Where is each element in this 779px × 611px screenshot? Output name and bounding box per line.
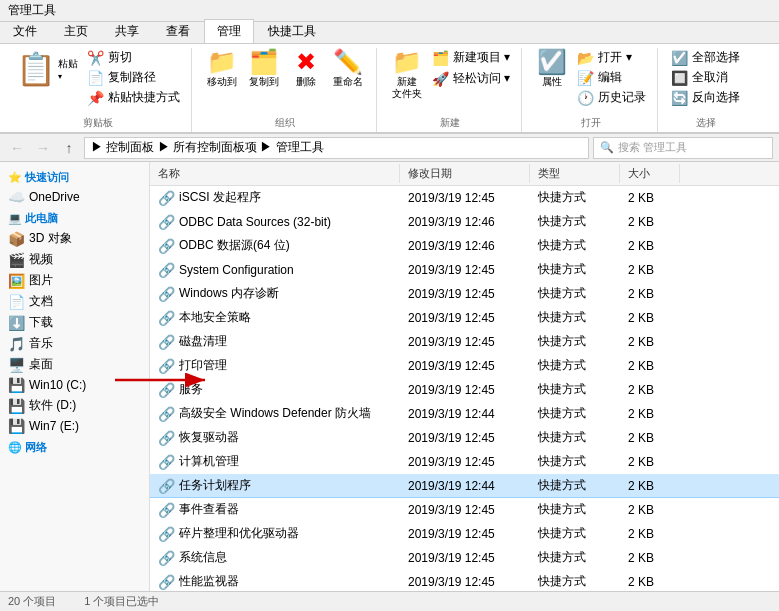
table-row[interactable]: 🔗 恢复驱动器 2019/3/19 12:45 快捷方式 2 KB [150,426,779,450]
status-bar: 20 个项目 1 个项目已选中 [0,591,779,611]
file-type: 快捷方式 [530,307,620,328]
table-row[interactable]: 🔗 碎片整理和优化驱动器 2019/3/19 12:45 快捷方式 2 KB [150,522,779,546]
tab-quicktools[interactable]: 快捷工具 [255,19,329,43]
music-label: 音乐 [29,335,53,352]
table-row[interactable]: 🔗 iSCSI 发起程序 2019/3/19 12:45 快捷方式 2 KB [150,186,779,210]
file-size: 2 KB [620,477,680,495]
paste-arrow[interactable]: ▾ [58,72,78,81]
sidebar-item-documents[interactable]: 📄 文档 [0,291,149,312]
new-folder-button[interactable]: 📁 新建文件夹 [387,48,427,102]
file-name: 恢复驱动器 [179,429,239,446]
documents-label: 文档 [29,293,53,310]
move-icon: 📁 [207,50,237,74]
3d-label: 3D 对象 [29,230,72,247]
properties-button[interactable]: ☑️ 属性 [532,48,572,90]
sidebar-item-onedrive[interactable]: ☁️ OneDrive [0,187,149,207]
video-label: 视频 [29,251,53,268]
table-row[interactable]: 🔗 Windows 内存诊断 2019/3/19 12:45 快捷方式 2 KB [150,282,779,306]
select-group: ☑️ 全部选择 🔲 全取消 🔄 反向选择 选择 [660,48,751,132]
move-to-button[interactable]: 📁 移动到 [202,48,242,90]
search-placeholder: 搜索 管理工具 [618,140,687,155]
search-box[interactable]: 🔍 搜索 管理工具 [593,137,773,159]
new-small-group: 🗂️ 新建项目 ▾ 🚀 轻松访问 ▾ [429,48,513,88]
copy-to-button[interactable]: 🗂️ 复制到 [244,48,284,90]
sidebar-item-drive-c[interactable]: 💾 Win10 (C:) [0,375,149,395]
table-row[interactable]: 🔗 System Configuration 2019/3/19 12:45 快… [150,258,779,282]
table-row[interactable]: 🔗 事件查看器 2019/3/19 12:45 快捷方式 2 KB [150,498,779,522]
breadcrumb[interactable]: ▶ 控制面板 ▶ 所有控制面板项 ▶ 管理工具 [84,137,589,159]
sidebar-item-drive-e[interactable]: 💾 Win7 (E:) [0,416,149,436]
sidebar-item-desktop[interactable]: 🖥️ 桌面 [0,354,149,375]
file-size: 2 KB [620,189,680,207]
sidebar-item-3d[interactable]: 📦 3D 对象 [0,228,149,249]
table-row[interactable]: 🔗 性能监视器 2019/3/19 12:45 快捷方式 2 KB [150,570,779,591]
up-button[interactable]: ↑ [58,137,80,159]
select-all-button[interactable]: ☑️ 全部选择 [668,48,743,67]
file-size: 2 KB [620,573,680,591]
rename-label: 重命名 [333,76,363,88]
file-size: 2 KB [620,237,680,255]
table-row[interactable]: 🔗 系统信息 2019/3/19 12:45 快捷方式 2 KB [150,546,779,570]
table-row[interactable]: 🔗 本地安全策略 2019/3/19 12:45 快捷方式 2 KB [150,306,779,330]
file-size: 2 KB [620,453,680,471]
history-button[interactable]: 🕐 历史记录 [574,88,649,107]
file-name: Windows 内存诊断 [179,285,279,302]
file-date: 2019/3/19 12:45 [400,549,530,567]
table-row[interactable]: 🔗 磁盘清理 2019/3/19 12:45 快捷方式 2 KB [150,330,779,354]
col-header-type[interactable]: 类型 [530,164,620,183]
delete-label: 删除 [296,76,316,88]
col-header-date[interactable]: 修改日期 [400,164,530,183]
paste-shortcut-button[interactable]: 📌 粘贴快捷方式 [84,88,183,107]
back-button[interactable]: ← [6,137,28,159]
file-icon: 🔗 [158,430,175,446]
organize-buttons: 📁 移动到 🗂️ 复制到 ✖ 删除 ✏️ 重命名 [202,48,368,116]
file-date: 2019/3/19 12:45 [400,501,530,519]
paste-shortcut-label: 粘贴快捷方式 [108,89,180,106]
tab-share[interactable]: 共享 [102,19,152,43]
tab-view[interactable]: 查看 [153,19,203,43]
table-row[interactable]: 🔗 打印管理 2019/3/19 12:45 快捷方式 2 KB [150,354,779,378]
sidebar-item-music[interactable]: 🎵 音乐 [0,333,149,354]
sidebar-item-pictures[interactable]: 🖼️ 图片 [0,270,149,291]
sidebar-section-network[interactable]: 🌐 网络 [0,436,149,457]
tab-manage[interactable]: 管理 [204,19,254,43]
tab-home[interactable]: 主页 [51,19,101,43]
table-row[interactable]: 🔗 任务计划程序 2019/3/19 12:44 快捷方式 2 KB [150,474,779,498]
properties-icon: ☑️ [537,50,567,74]
paste-button[interactable]: 📋 粘贴 ▾ [12,48,82,90]
file-icon: 🔗 [158,454,175,470]
sidebar-section-quickaccess[interactable]: ⭐ 快速访问 [0,166,149,187]
file-size: 2 KB [620,549,680,567]
deselect-all-button[interactable]: 🔲 全取消 [668,68,743,87]
forward-button[interactable]: → [32,137,54,159]
invert-selection-button[interactable]: 🔄 反向选择 [668,88,743,107]
file-name: 计算机管理 [179,453,239,470]
sidebar-item-video[interactable]: 🎬 视频 [0,249,149,270]
col-header-name[interactable]: 名称 [150,164,400,183]
table-row[interactable]: 🔗 计算机管理 2019/3/19 12:45 快捷方式 2 KB [150,450,779,474]
new-buttons: 📁 新建文件夹 🗂️ 新建项目 ▾ 🚀 轻松访问 ▾ [387,48,513,116]
delete-icon: ✖ [296,50,316,74]
drive-e-label: Win7 (E:) [29,419,79,433]
file-type: 快捷方式 [530,571,620,591]
table-row[interactable]: 🔗 ODBC 数据源(64 位) 2019/3/19 12:46 快捷方式 2 … [150,234,779,258]
edit-button[interactable]: 📝 编辑 [574,68,649,87]
table-row[interactable]: 🔗 服务 2019/3/19 12:45 快捷方式 2 KB [150,378,779,402]
sidebar-section-thispc[interactable]: 💻 此电脑 [0,207,149,228]
open-button[interactable]: 📂 打开 ▾ [574,48,649,67]
easy-access-button[interactable]: 🚀 轻松访问 ▾ [429,69,513,88]
col-header-size[interactable]: 大小 [620,164,680,183]
copy-path-button[interactable]: 📄 复制路径 [84,68,183,87]
table-row[interactable]: 🔗 高级安全 Windows Defender 防火墙 2019/3/19 12… [150,402,779,426]
cut-button[interactable]: ✂️ 剪切 [84,48,183,67]
sidebar-item-drive-d[interactable]: 💾 软件 (D:) [0,395,149,416]
file-name: 性能监视器 [179,573,239,590]
tab-file[interactable]: 文件 [0,19,50,43]
paste-icon: 📋 [16,50,56,88]
sidebar-item-downloads[interactable]: ⬇️ 下载 [0,312,149,333]
table-row[interactable]: 🔗 ODBC Data Sources (32-bit) 2019/3/19 1… [150,210,779,234]
delete-button[interactable]: ✖ 删除 [286,48,326,90]
file-size: 2 KB [620,525,680,543]
rename-button[interactable]: ✏️ 重命名 [328,48,368,90]
new-item-button[interactable]: 🗂️ 新建项目 ▾ [429,48,513,67]
